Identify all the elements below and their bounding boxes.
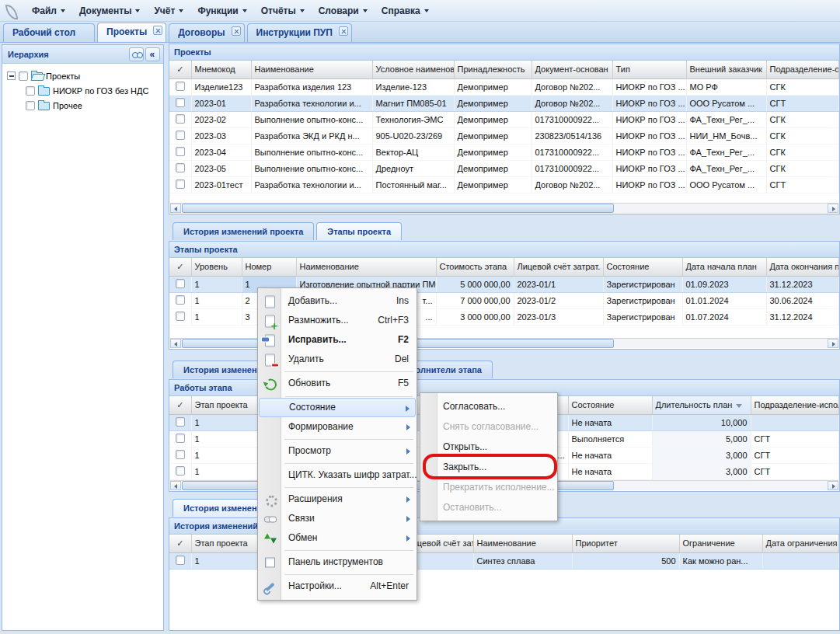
submenu-item[interactable]: Закрыть... xyxy=(421,457,556,477)
column-header[interactable]: Внешний заказчик xyxy=(686,61,766,78)
context-menu-item[interactable]: Обмен xyxy=(259,528,416,548)
search-button[interactable] xyxy=(129,47,144,61)
row-checkbox[interactable] xyxy=(176,450,185,459)
main-tab[interactable]: Рабочий стол xyxy=(3,23,95,42)
row-checkbox[interactable] xyxy=(176,295,185,305)
column-header[interactable]: Подразделение-исполн xyxy=(751,396,839,414)
column-header[interactable]: Уровень xyxy=(191,258,242,276)
column-header[interactable]: Лицевой счёт затрат. xyxy=(514,258,603,276)
column-header[interactable]: Стоимость этапа xyxy=(436,258,514,276)
context-menu-item[interactable]: ЦИТК. Указать шифр затрат... xyxy=(259,465,416,485)
context-menu-item[interactable]: Добавить... Ins xyxy=(259,291,416,311)
select-all-header[interactable]: ✓ xyxy=(169,258,191,276)
column-header[interactable]: Принадлежность xyxy=(454,61,532,78)
scroll-right-icon[interactable] xyxy=(828,339,838,348)
project-row[interactable]: 2023-01 Разработка технологии и... Магни… xyxy=(169,95,839,111)
row-checkbox[interactable] xyxy=(176,417,185,427)
submenu-item[interactable]: Снять согласование... xyxy=(421,416,556,437)
column-header[interactable]: Наименование xyxy=(473,535,572,552)
close-tab-icon[interactable] xyxy=(153,26,162,35)
column-header[interactable]: Состояние xyxy=(603,258,682,276)
main-tab[interactable]: Проекты xyxy=(97,23,166,42)
row-checkbox[interactable] xyxy=(176,312,185,321)
row-checkbox[interactable] xyxy=(176,434,185,443)
context-menu-item[interactable]: Размножить... Ctrl+F3 xyxy=(259,311,416,330)
project-row[interactable]: 2023-01тест Разработка технологии и... П… xyxy=(169,176,839,193)
context-menu-item[interactable]: Удалить Del xyxy=(259,350,416,369)
column-header[interactable]: Дата начала план xyxy=(682,258,766,276)
submenu-item[interactable]: Открыть... xyxy=(421,437,556,457)
menubar-item[interactable]: Учёт xyxy=(147,2,190,19)
column-header[interactable]: Наименование xyxy=(251,61,372,78)
scroll-left-icon[interactable] xyxy=(170,481,181,490)
column-header[interactable]: Наименование xyxy=(296,258,436,276)
tree-item[interactable]: Проекты xyxy=(7,68,160,83)
column-header-sorted[interactable]: Длительность план xyxy=(652,396,751,414)
row-checkbox[interactable] xyxy=(176,82,185,91)
tree-checkbox[interactable] xyxy=(26,86,35,96)
close-tab-icon[interactable] xyxy=(232,26,241,36)
context-menu-item[interactable]: Состояние xyxy=(259,398,416,417)
row-checkbox[interactable] xyxy=(176,163,185,172)
section-tab[interactable]: История изменений проекта xyxy=(173,222,314,240)
column-header[interactable]: Дата ограничения xyxy=(762,535,839,552)
context-menu-item[interactable]: Настройки... Alt+Enter xyxy=(259,577,416,596)
column-header[interactable]: Условное наименова xyxy=(372,61,454,78)
select-all-header[interactable]: ✓ xyxy=(169,396,191,414)
menubar-item[interactable]: Отчёты xyxy=(254,2,312,19)
select-all-header[interactable]: ✓ xyxy=(169,61,191,78)
context-menu-item[interactable]: Связи xyxy=(259,509,416,528)
context-menu-item[interactable]: Просмотр xyxy=(259,441,416,461)
project-row[interactable]: 2023-03 Разработка ЭКД и РКД н... 905-U0… xyxy=(169,127,839,144)
scroll-right-icon[interactable] xyxy=(828,204,838,213)
close-tab-icon[interactable] xyxy=(339,26,348,36)
menubar-item[interactable]: Файл xyxy=(25,2,72,19)
context-menu-item[interactable]: Расширения xyxy=(259,489,416,509)
context-menu-item[interactable]: Формирование xyxy=(259,417,416,437)
project-row[interactable]: Изделие123 Разработка изделия 123 Издели… xyxy=(169,78,839,95)
scroll-thumb[interactable] xyxy=(182,204,614,213)
row-checkbox[interactable] xyxy=(176,556,185,565)
row-checkbox[interactable] xyxy=(176,114,185,124)
column-header[interactable]: Мнемокод xyxy=(191,61,251,78)
tree-checkbox[interactable] xyxy=(26,101,35,110)
column-header[interactable]: Тип xyxy=(612,61,686,78)
context-menu-item[interactable]: Обновить F5 xyxy=(259,374,416,393)
row-checkbox[interactable] xyxy=(176,279,185,288)
context-menu-item[interactable]: Исправить... F2 xyxy=(259,330,416,350)
column-header[interactable]: Дата окончания п xyxy=(766,258,839,276)
collapse-expander-icon[interactable] xyxy=(7,71,16,80)
row-checkbox[interactable] xyxy=(176,98,185,107)
menubar-item[interactable]: Справка xyxy=(375,2,436,19)
tree-item[interactable]: НИОКР по ГОЗ без НДС xyxy=(7,83,160,98)
project-row[interactable]: 2023-04 Выполнение опытно-конс... Вектор… xyxy=(169,144,839,160)
horizontal-scrollbar[interactable] xyxy=(170,203,838,213)
submenu-item[interactable]: Прекратить исполнение... xyxy=(421,477,556,497)
tree-item[interactable]: Прочее xyxy=(7,98,160,113)
scroll-left-icon[interactable] xyxy=(170,339,181,348)
tree-checkbox[interactable] xyxy=(19,71,28,81)
row-checkbox[interactable] xyxy=(176,179,185,189)
column-header[interactable]: Подразделение-от xyxy=(766,61,839,78)
column-header[interactable]: Этап проекта xyxy=(191,396,257,414)
row-checkbox[interactable] xyxy=(176,147,185,156)
scroll-left-icon[interactable] xyxy=(170,204,181,213)
column-header[interactable]: Состояние xyxy=(568,396,652,414)
row-checkbox[interactable] xyxy=(176,131,185,140)
main-tab[interactable]: Инструкции ПУП xyxy=(247,23,352,42)
row-checkbox[interactable] xyxy=(176,466,185,476)
column-header[interactable]: Документ-основан xyxy=(532,61,612,78)
scroll-right-icon[interactable] xyxy=(828,481,838,490)
menubar-item[interactable]: Функции xyxy=(190,2,253,19)
column-header[interactable]: Ограничение xyxy=(679,535,762,552)
column-header[interactable]: Номер xyxy=(242,258,296,276)
context-menu-item[interactable]: Панель инструментов xyxy=(259,552,416,572)
column-header[interactable]: Этап проекта xyxy=(191,535,257,552)
menubar-item[interactable]: Словари xyxy=(312,2,375,19)
collapse-panel-button[interactable] xyxy=(145,47,160,61)
main-tab[interactable]: Договоры xyxy=(169,23,244,42)
column-header[interactable]: Приоритет xyxy=(572,535,679,552)
submenu-item[interactable]: Согласовать... xyxy=(421,396,556,416)
section-tab[interactable]: Этапы проекта xyxy=(316,222,402,240)
project-row[interactable]: 2023-05 Выполнение опытно-конс... Дредно… xyxy=(169,160,839,176)
